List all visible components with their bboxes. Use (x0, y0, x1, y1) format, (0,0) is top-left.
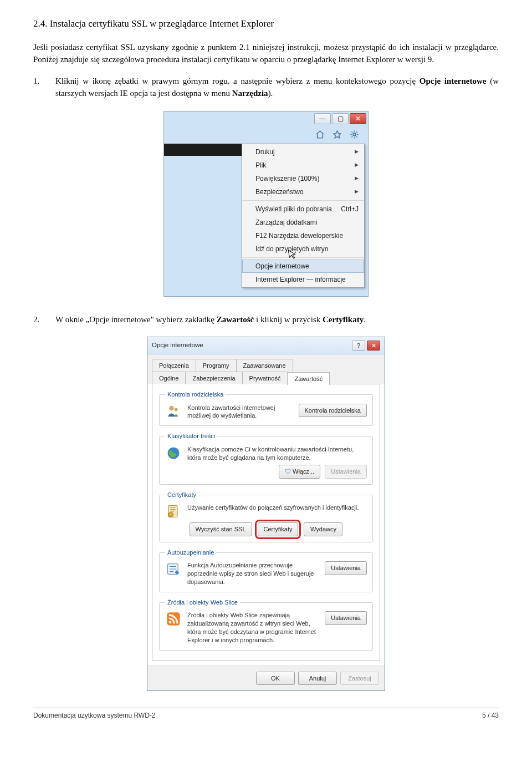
menu-item-file[interactable]: Plik▶ (242, 159, 364, 172)
submenu-arrow-icon: ▶ (355, 161, 359, 169)
ok-button[interactable]: OK (256, 672, 295, 685)
menu-shortcut: Ctrl+J (341, 204, 359, 214)
menu-item-about[interactable]: Internet Explorer — informacje (242, 273, 364, 286)
group-text: Używanie certyfikatów do połączeń szyfro… (187, 504, 367, 512)
close-button[interactable]: ✕ (367, 341, 380, 351)
menu-item-downloads[interactable]: Wyświetl pliki do pobraniaCtrl+J (242, 202, 364, 216)
step-2-txt-e: . (364, 315, 366, 324)
parental-icon (165, 404, 182, 419)
certificates-button[interactable]: Certyfikaty (258, 522, 299, 536)
svg-point-2 (175, 408, 178, 411)
favorites-icon[interactable] (332, 130, 342, 139)
window-controls: — ▢ ✕ (314, 113, 366, 124)
tab-zabezpieczenia[interactable]: Zabezpieczenia (185, 372, 242, 385)
feeds-settings-button[interactable]: Ustawienia (325, 611, 367, 625)
step-1-text: Kliknij w ikonę zębatki w prawym górnym … (55, 75, 499, 100)
group-legend: Źródła i obiekty Web Slice (165, 598, 240, 607)
menu-label: Opcje internetowe (255, 261, 309, 271)
step-2-txt-c: i kliknij w przycisk (254, 315, 323, 324)
publishers-button[interactable]: Wydawcy (304, 522, 342, 536)
tab-zawartosc[interactable]: Zawartość (287, 372, 330, 385)
intro-paragraph: Jeśli posiadasz certyfikat SSL uzyskany … (33, 41, 499, 66)
cancel-button[interactable]: Anuluj (298, 672, 337, 685)
menu-item-pinned[interactable]: Idź do przypiętych witryn (242, 242, 364, 256)
step-2-txt-a: W oknie „Opcje internetowe" wybierz zakł… (55, 315, 217, 324)
group-legend: Autouzupełnianie (165, 548, 216, 557)
menu-label: Zarządzaj dodatkami (255, 217, 317, 227)
dialog-titlebar: Opcje internetowe ? ✕ (147, 337, 385, 354)
tab-panel-zawartosc: Kontrola rodzicielska Kontrola zawartośc… (152, 384, 380, 661)
step-2-bold-2: Certyfikaty (323, 315, 364, 324)
rss-icon (165, 611, 182, 627)
group-parental: Kontrola rodzicielska Kontrola zawartośc… (159, 390, 373, 426)
enable-button[interactable]: 🛡 Włącz... (279, 465, 320, 479)
internet-options-dialog: Opcje internetowe ? ✕ Połączenia Program… (147, 337, 385, 691)
dialog-footer: OK Anuluj Zastosuj (147, 666, 385, 691)
step-1-number: 1. (33, 75, 55, 100)
content-strip (164, 144, 242, 156)
group-legend: Klasyfikator treści (165, 431, 217, 441)
menu-label: F12 Narzędzia deweloperskie (255, 231, 343, 241)
close-button[interactable]: ✕ (350, 113, 366, 124)
group-certificates: Certyfikaty Używanie certyfikatów do poł… (159, 490, 373, 542)
autocomplete-icon (165, 561, 182, 577)
group-content-advisor: Klasyfikator treści Klasyfikacja pomoże … (159, 431, 373, 485)
group-autocomplete: Autouzupełnianie Funkcja Autouzupełniani… (159, 548, 373, 592)
svg-point-1 (169, 406, 173, 410)
clear-ssl-button[interactable]: Wyczyść stan SSL (190, 522, 252, 536)
gear-icon[interactable] (350, 130, 359, 139)
tab-prywatnosc[interactable]: Prywatność (242, 372, 288, 385)
btn-label: Włącz... (293, 468, 314, 475)
tab-polaczenia[interactable]: Połączenia (152, 359, 196, 372)
menu-item-safety[interactable]: Bezpieczeństwo▶ (242, 185, 364, 199)
gear-context-menu: Drukuj▶ Plik▶ Powiększenie (100%)▶ Bezpi… (242, 144, 365, 288)
menu-label: Powiększenie (100%) (255, 174, 319, 184)
page-footer: Dokumentacja użytkowa systemu RWD-2 5 / … (33, 708, 499, 720)
settings-button: Ustawienia (325, 465, 367, 479)
footer-left: Dokumentacja użytkowa systemu RWD-2 (33, 710, 156, 720)
menu-item-zoom[interactable]: Powiększenie (100%)▶ (242, 172, 364, 185)
tab-zaawansowane[interactable]: Zaawansowane (236, 359, 293, 372)
group-legend: Certyfikaty (165, 490, 198, 500)
menu-separator (242, 257, 364, 258)
step-2-text: W oknie „Opcje internetowe" wybierz zakł… (55, 313, 499, 326)
menu-label: Plik (255, 160, 266, 170)
globe-icon (165, 445, 182, 461)
menu-item-print[interactable]: Drukuj▶ (242, 145, 364, 159)
titlebar-buttons: ? ✕ (352, 341, 380, 351)
menu-item-addons[interactable]: Zarządzaj dodatkami (242, 216, 364, 229)
group-text: Funkcja Autouzupełnianie przechowuje pop… (187, 561, 319, 586)
group-feeds: Źródła i obiekty Web Slice Źródła i obie… (159, 598, 373, 651)
step-1-txt-e: ). (268, 89, 273, 98)
help-button[interactable]: ? (352, 341, 365, 351)
footer-right: 5 / 43 (482, 710, 499, 720)
minimize-button[interactable]: — (314, 113, 331, 124)
menu-item-internet-options[interactable]: Opcje internetowe (242, 260, 364, 273)
svg-point-8 (169, 621, 172, 624)
dialog-title: Opcje internetowe (152, 341, 203, 350)
menu-label: Internet Explorer — informacje (255, 275, 346, 285)
tab-ogolne[interactable]: Ogólne (152, 372, 186, 385)
certificate-icon (165, 504, 182, 519)
step-1-bold-1: Opcje internetowe (420, 77, 487, 85)
maximize-button[interactable]: ▢ (332, 113, 349, 124)
menu-item-devtools[interactable]: F12 Narzędzia deweloperskie (242, 229, 364, 242)
autocomplete-settings-button[interactable]: Ustawienia (325, 561, 367, 575)
parental-button[interactable]: Kontrola rodzicielska (299, 404, 367, 418)
step-2-number: 2. (33, 313, 55, 326)
submenu-arrow-icon: ▶ (355, 148, 359, 156)
section-heading: 2.4. Instalacja certyfikatu SSL w przegl… (33, 17, 499, 31)
tab-programy[interactable]: Programy (196, 359, 237, 372)
ie-toolbar (315, 130, 359, 139)
menu-separator (242, 200, 364, 201)
group-text: Klasyfikacja pomoże Ci w kontrolowaniu z… (187, 445, 367, 462)
menu-label: Wyświetl pliki do pobrania (255, 204, 332, 214)
home-icon[interactable] (315, 130, 325, 139)
menu-label: Drukuj (255, 147, 275, 157)
group-legend: Kontrola rodzicielska (165, 390, 226, 399)
group-text: Kontrola zawartości internetowej możliwe… (187, 404, 293, 420)
apply-button: Zastosuj (340, 672, 379, 685)
step-1-bold-2: Narzędzia (232, 89, 268, 98)
dialog-tabs: Połączenia Programy Zaawansowane Ogólne … (152, 359, 380, 384)
step-1-txt-a: Kliknij w ikonę zębatki w prawym górnym … (55, 77, 420, 85)
